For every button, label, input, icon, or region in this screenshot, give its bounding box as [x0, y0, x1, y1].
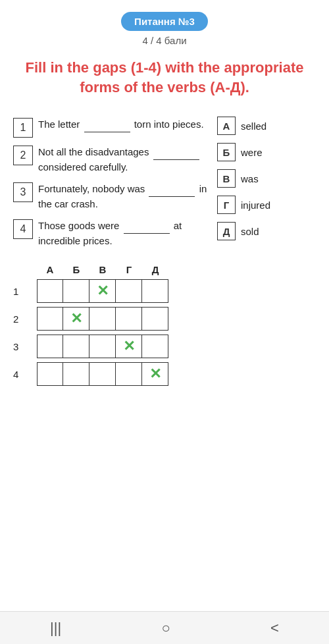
question-number-3: 3 — [13, 182, 33, 202]
check-3-g: ✕ — [123, 339, 135, 354]
grid-cell-1-a[interactable] — [37, 279, 63, 303]
question-number-1: 1 — [13, 118, 33, 138]
answer-text-a: selled — [241, 121, 266, 132]
answer-item-v: В was — [217, 169, 316, 188]
grid-cell-4-d[interactable]: ✕ — [142, 362, 168, 386]
grid-header-g: Г — [116, 264, 142, 275]
blank-1 — [84, 117, 130, 132]
grid-cell-1-b[interactable] — [63, 279, 89, 303]
answer-text-v: was — [241, 173, 259, 184]
check-4-d: ✕ — [149, 367, 161, 381]
answers-list: А selled Б were В was Г injured Д sold — [211, 117, 316, 248]
grid-cell-3-d[interactable] — [142, 335, 168, 358]
bottom-nav: ||| ○ < — [0, 611, 329, 644]
questions-answers-section: 1 The letter torn into pieces. 2 Not all… — [13, 117, 316, 248]
nav-home-icon[interactable]: ○ — [161, 620, 170, 637]
grid-row-label-2: 2 — [13, 313, 37, 325]
grid-row-label-1: 1 — [13, 286, 37, 297]
grid-cell-3-b[interactable] — [63, 335, 89, 358]
grid-header-d: Д — [142, 264, 168, 275]
grid-header-a: А — [37, 264, 63, 275]
grid-cell-2-a[interactable] — [37, 307, 63, 331]
blank-3 — [149, 181, 195, 197]
grid-row-label-4: 4 — [13, 369, 37, 380]
grid-cell-1-v[interactable]: ✕ — [89, 279, 116, 303]
answer-item-a: А selled — [217, 117, 316, 135]
blank-2 — [153, 144, 199, 160]
question-item-2: 2 Not all the disadvantages considered c… — [13, 144, 211, 174]
grid-cell-2-g[interactable] — [116, 307, 142, 331]
check-2-b: ✕ — [70, 311, 82, 326]
grid-cell-4-g[interactable] — [116, 362, 142, 386]
question-text-1: The letter torn into pieces. — [38, 117, 204, 132]
grid-header-v: В — [89, 264, 116, 275]
grid-cell-4-b[interactable] — [63, 362, 89, 386]
grid-row-4: 4 ✕ — [13, 362, 316, 386]
grid-cell-3-g[interactable]: ✕ — [116, 335, 142, 358]
grid-row-3: 3 ✕ — [13, 335, 316, 358]
blank-4 — [124, 218, 170, 234]
question-text-4: Those goods were at incredible prices. — [38, 218, 211, 248]
answer-text-b: were — [241, 147, 263, 158]
grid-cell-2-b[interactable]: ✕ — [63, 307, 89, 331]
answer-grid: А Б В Г Д 1 ✕ 2 ✕ 3 — [13, 264, 316, 386]
grid-header-b: Б — [63, 264, 89, 275]
grid-row-label-3: 3 — [13, 341, 37, 352]
question-item-1: 1 The letter torn into pieces. — [13, 117, 211, 138]
question-number-2: 2 — [13, 146, 33, 165]
nav-back-icon[interactable]: < — [270, 620, 279, 637]
question-item-3: 3 Fortunately, nobody was in the car cra… — [13, 181, 211, 211]
grid-cell-2-v[interactable] — [89, 307, 116, 331]
question-item-4: 4 Those goods were at incredible prices. — [13, 218, 211, 248]
answer-letter-b: Б — [217, 143, 236, 161]
answer-item-d: Д sold — [217, 222, 316, 240]
answer-letter-d: Д — [217, 222, 236, 240]
grid-cell-4-a[interactable] — [37, 362, 63, 386]
answer-text-g: injured — [241, 200, 270, 211]
answer-letter-a: А — [217, 117, 236, 135]
grid-cell-1-d[interactable] — [142, 279, 168, 303]
score-text: 4 / 4 бали — [13, 35, 316, 46]
question-number-4: 4 — [13, 219, 33, 239]
question-badge: Питання №3 — [121, 12, 208, 31]
grid-row-1: 1 ✕ — [13, 279, 316, 303]
grid-cell-3-a[interactable] — [37, 335, 63, 358]
check-1-v: ✕ — [97, 284, 109, 298]
answer-letter-g: Г — [217, 196, 236, 214]
question-text-3: Fortunately, nobody was in the car crash… — [38, 181, 211, 211]
answer-letter-v: В — [217, 169, 236, 188]
questions-list: 1 The letter torn into pieces. 2 Not all… — [13, 117, 211, 248]
grid-row-2: 2 ✕ — [13, 307, 316, 331]
grid-cell-2-d[interactable] — [142, 307, 168, 331]
grid-cell-4-v[interactable] — [89, 362, 116, 386]
nav-menu-icon[interactable]: ||| — [50, 620, 61, 637]
answer-text-d: sold — [241, 226, 259, 237]
answer-item-g: Г injured — [217, 196, 316, 214]
question-title: Fill in the gaps (1-4) with the appropri… — [13, 58, 316, 97]
grid-cell-3-v[interactable] — [89, 335, 116, 358]
question-text-2: Not all the disadvantages considered car… — [38, 144, 211, 174]
grid-cell-1-g[interactable] — [116, 279, 142, 303]
answer-item-b: Б were — [217, 143, 316, 161]
grid-header: А Б В Г Д — [13, 264, 316, 275]
